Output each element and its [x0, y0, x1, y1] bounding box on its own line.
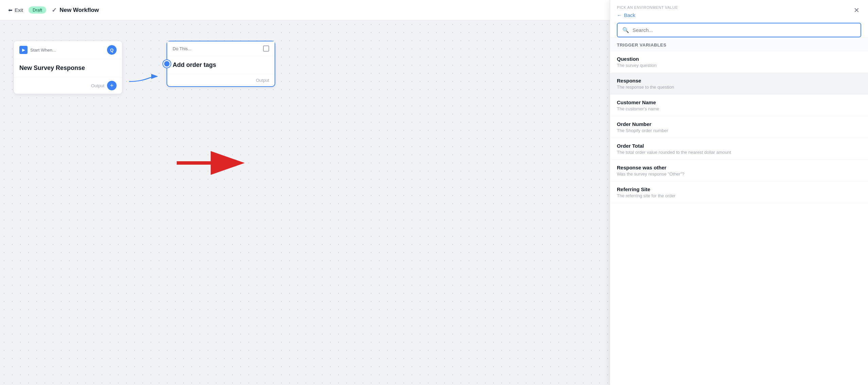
var-desc-order-total: The total order value rounded to the nea… [617, 150, 861, 155]
connector-dot [163, 60, 171, 68]
panel-close-button[interactable]: ✕ [852, 5, 861, 15]
search-input[interactable] [632, 27, 856, 33]
side-panel: PICK AN ENVIRONMENT VALUE ✕ ← Back 🔍 Tri… [610, 0, 868, 385]
start-node-header: ▶ Start When... Q [14, 41, 122, 59]
action-node-body: Add order tags [167, 56, 275, 74]
var-name-referring-site: Referring Site [617, 186, 861, 192]
search-wrapper: 🔍 [610, 23, 868, 37]
var-desc-referring-site: The referring site for the order [617, 193, 861, 198]
exit-label: Exit [15, 7, 23, 13]
variables-list: Question The survey question Response Th… [610, 51, 868, 203]
exit-button[interactable]: ⬅ Exit [8, 7, 23, 13]
start-node-body: New Survey Response [14, 59, 122, 77]
var-desc-order-number: The Shopify order number [617, 128, 861, 133]
back-arrow-icon: ← [617, 12, 622, 18]
var-desc-response-other: Was the survey response "Other"? [617, 171, 861, 177]
action-node-title: Add order tags [173, 61, 269, 69]
var-item-referring-site[interactable]: Referring Site The referring site for th… [610, 182, 868, 203]
var-item-order-total[interactable]: Order Total The total order value rounde… [610, 138, 868, 160]
add-node-button[interactable]: + [107, 81, 117, 90]
trigger-variables-header: Trigger variables [610, 37, 868, 51]
start-node-footer: Output + [14, 77, 122, 94]
exit-icon: ⬅ [8, 7, 13, 13]
trigger-icon: ▶ [19, 46, 28, 54]
var-name-customer-name: Customer Name [617, 99, 861, 105]
var-name-response: Response [617, 78, 861, 84]
back-label: Back [624, 12, 635, 18]
action-icon [263, 45, 269, 52]
var-desc-response: The response to the question [617, 85, 861, 90]
action-node: Do This... Add order tags Output [167, 41, 275, 87]
var-name-response-other: Response was other [617, 165, 861, 170]
check-icon: ✓ [52, 6, 57, 14]
var-item-customer-name[interactable]: Customer Name The customer's name [610, 95, 868, 116]
search-box: 🔍 [617, 23, 861, 37]
q-icon: Q [107, 45, 117, 55]
header-left: ⬅ Exit Draft ✓ New Workflow [8, 6, 99, 14]
action-node-header: Do This... [167, 41, 275, 56]
var-desc-customer-name: The customer's name [617, 106, 861, 111]
var-item-response[interactable]: Response The response to the question [610, 73, 868, 95]
draft-badge: Draft [29, 6, 46, 14]
var-name-order-number: Order Number [617, 121, 861, 127]
var-name-order-total: Order Total [617, 143, 861, 149]
action-header-label: Do This... [173, 46, 191, 51]
var-item-order-number[interactable]: Order Number The Shopify order number [610, 116, 868, 138]
search-icon: 🔍 [622, 27, 629, 33]
action-output-label: Output [256, 78, 269, 83]
var-name-question: Question [617, 56, 861, 62]
var-item-response-other[interactable]: Response was other Was the survey respon… [610, 160, 868, 182]
start-output-label: Output [91, 83, 104, 88]
var-desc-question: The survey question [617, 63, 861, 68]
header-title: ✓ New Workflow [52, 6, 99, 14]
var-item-question[interactable]: Question The survey question [610, 51, 868, 73]
back-button[interactable]: ← Back [617, 12, 635, 18]
panel-header: PICK AN ENVIRONMENT VALUE ✕ ← Back [610, 0, 868, 18]
start-node: ▶ Start When... Q New Survey Response Ou… [14, 41, 122, 94]
workflow-title: New Workflow [59, 7, 99, 14]
start-node-title: New Survey Response [19, 65, 117, 72]
panel-pick-label: PICK AN ENVIRONMENT VALUE [617, 5, 861, 10]
start-node-label: Start When... [30, 48, 56, 53]
action-node-footer: Output [167, 74, 275, 86]
